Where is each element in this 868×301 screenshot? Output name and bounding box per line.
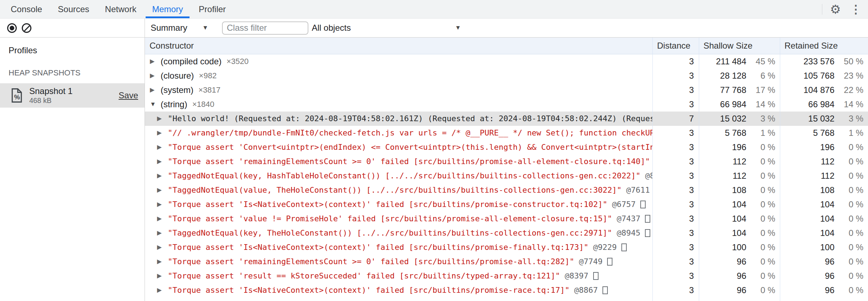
kebab-menu-icon[interactable]: ⋮ (850, 4, 862, 15)
retained-size-value: 105 768 (780, 69, 834, 83)
profiles-toolbar (0, 19, 145, 38)
expand-icon[interactable]: ▶ (150, 69, 161, 83)
retained-size-cell: 66 98414 % (780, 97, 868, 112)
string-row[interactable]: ▶"Torque assert 'Is<NativeContext>(conte… (145, 197, 868, 212)
retained-size-value: 100 (780, 240, 834, 255)
record-dot (10, 26, 14, 30)
grid-header: Constructor Distance Shallow Size Retain… (145, 38, 868, 54)
tab-network[interactable]: Network (97, 0, 144, 18)
retained-size-percent: 14 % (834, 97, 868, 112)
constructor-cell: ▶"Torque assert 'result == kStoreSuccede… (145, 269, 652, 283)
missing-glyph-box (621, 243, 627, 251)
string-row[interactable]: ▶"Torque assert 'remainingElementsCount … (145, 255, 868, 269)
string-row[interactable]: ▶"TaggedNotEqual(key, HashTableHoleConst… (145, 169, 868, 183)
expand-icon[interactable]: ▶ (157, 140, 168, 154)
string-row[interactable]: ▶"Torque assert 'value != PromiseHole' f… (145, 212, 868, 226)
constructor-row[interactable]: ▼(string)×1840366 98414 %66 98414 % (145, 97, 868, 112)
shallow-size-cell: 1120 % (699, 169, 780, 183)
missing-glyph-box (607, 258, 612, 266)
object-scope-select[interactable]: All objects ▼ (312, 23, 461, 33)
string-row[interactable]: ▶"Torque assert 'Convert<uintptr>(endInd… (145, 140, 868, 154)
heap-view-toolbar: Summary ▼ All objects ▼ (145, 19, 868, 38)
retained-size-value: 104 876 (780, 83, 834, 97)
clear-profiles-icon[interactable] (22, 23, 31, 33)
retained-size-percent: 0 % (834, 255, 868, 269)
column-header-distance[interactable]: Distance (652, 38, 699, 54)
expand-icon[interactable]: ▶ (157, 112, 168, 126)
constructor-row[interactable]: ▶(system)×3817377 76817 %104 87622 % (145, 83, 868, 97)
column-header-constructor[interactable]: Constructor (145, 38, 652, 54)
expand-icon[interactable]: ▶ (157, 226, 168, 240)
shallow-size-cell: 1960 % (699, 140, 780, 154)
class-filter-input[interactable] (222, 21, 308, 35)
expand-icon[interactable]: ▶ (150, 83, 161, 97)
expand-icon[interactable]: ▶ (157, 240, 168, 255)
expand-icon[interactable]: ▶ (157, 283, 168, 297)
object-id: @8397 (565, 269, 588, 283)
expand-icon[interactable]: ▶ (157, 255, 168, 269)
constructor-cell: ▶"TaggedNotEqual(key, TheHoleConstant())… (145, 226, 652, 240)
shallow-size-percent: 0 % (746, 140, 780, 154)
string-row[interactable]: ▶"Torque assert 'Is<NativeContext>(conte… (145, 240, 868, 255)
object-id: @7749 (579, 255, 602, 269)
string-row[interactable]: ▶"Torque assert 'result == kStoreSuccede… (145, 269, 868, 283)
column-header-shallow-size[interactable]: Shallow Size (699, 38, 780, 54)
devtools-tab-bar: Console Sources Network Memory Profiler … (0, 0, 868, 19)
distance-cell: 3 (652, 183, 699, 197)
retained-size-value: 104 (780, 226, 834, 240)
string-value: "Torque assert 'Is<NativeContext>(contex… (168, 240, 589, 255)
retained-size-cell: 1040 % (780, 226, 868, 240)
shallow-size-value: 196 (699, 140, 746, 154)
string-row[interactable]: ▶"Torque assert 'remainingElementsCount … (145, 154, 868, 169)
constructor-name: (closure) (161, 69, 194, 83)
heap-snapshot-grid: Constructor Distance Shallow Size Retain… (145, 38, 868, 301)
expand-icon[interactable]: ▶ (157, 212, 168, 226)
shallow-size-value: 66 984 (699, 97, 746, 112)
string-row[interactable]: ▶"// .wrangler/tmp/bundle-FmNIt0/checked… (145, 126, 868, 140)
save-snapshot-link[interactable]: Save (118, 90, 138, 100)
string-row[interactable]: ▶"Hello world! (Requested at: 2024-08-19… (145, 112, 868, 126)
shallow-size-cell: 960 % (699, 269, 780, 283)
expand-icon[interactable]: ▶ (157, 269, 168, 283)
string-row[interactable]: ▶"TaggedNotEqual(value, TheHoleConstant(… (145, 183, 868, 197)
record-heap-snapshot-icon[interactable] (7, 23, 17, 33)
shallow-size-percent: 3 % (746, 112, 780, 126)
string-value: "Torque assert 'Is<NativeContext>(contex… (168, 197, 607, 212)
retained-size-cell: 15 0323 % (780, 112, 868, 126)
gear-icon[interactable]: ⚙ (830, 3, 841, 15)
constructor-row[interactable]: ▶(compiled code)×35203211 48445 %233 576… (145, 54, 868, 69)
string-value: "Torque assert 'Is<NativeContext>(contex… (168, 283, 570, 297)
shallow-size-value: 5 768 (699, 126, 746, 140)
expand-icon[interactable]: ▶ (150, 54, 161, 69)
retained-size-value: 112 (780, 169, 834, 183)
expand-icon[interactable]: ▶ (157, 197, 168, 212)
snapshot-item[interactable]: % Snapshot 1 468 kB Save (0, 83, 145, 108)
retained-size-value: 15 032 (780, 112, 834, 126)
tab-sources[interactable]: Sources (50, 0, 97, 18)
retained-size-cell: 104 87622 % (780, 83, 868, 97)
string-row[interactable]: ▶"TaggedNotEqual(key, TheHoleConstant())… (145, 226, 868, 240)
column-header-retained-size[interactable]: Retained Size (780, 38, 868, 54)
expand-icon[interactable]: ▶ (157, 126, 168, 140)
tab-profiler[interactable]: Profiler (191, 0, 234, 18)
expand-icon[interactable]: ▶ (157, 169, 168, 183)
constructor-cell: ▶"Torque assert 'remainingElementsCount … (145, 154, 652, 169)
tab-console[interactable]: Console (3, 0, 50, 18)
collapse-icon[interactable]: ▼ (150, 97, 161, 112)
string-value: "TaggedNotEqual(key, TheHoleConstant()) … (168, 226, 612, 240)
distance-cell: 3 (652, 140, 699, 154)
tab-memory[interactable]: Memory (144, 0, 191, 18)
shallow-size-value: 96 (699, 255, 746, 269)
string-row[interactable]: ▶"Torque assert 'Is<NativeContext>(conte… (145, 283, 868, 297)
constructor-row[interactable]: ▶(closure)×982328 1286 %105 76823 % (145, 69, 868, 83)
retained-size-percent: 23 % (834, 69, 868, 83)
perspective-select[interactable]: Summary ▼ (151, 23, 208, 33)
shallow-size-cell: 1040 % (699, 212, 780, 226)
string-value: "Torque assert 'remainingElementsCount >… (168, 154, 650, 169)
distance-cell: 3 (652, 269, 699, 283)
distance-cell: 3 (652, 154, 699, 169)
expand-icon[interactable]: ▶ (157, 183, 168, 197)
object-id: @8945 (617, 226, 640, 240)
expand-icon[interactable]: ▶ (157, 154, 168, 169)
object-id: @8867 (574, 283, 598, 297)
